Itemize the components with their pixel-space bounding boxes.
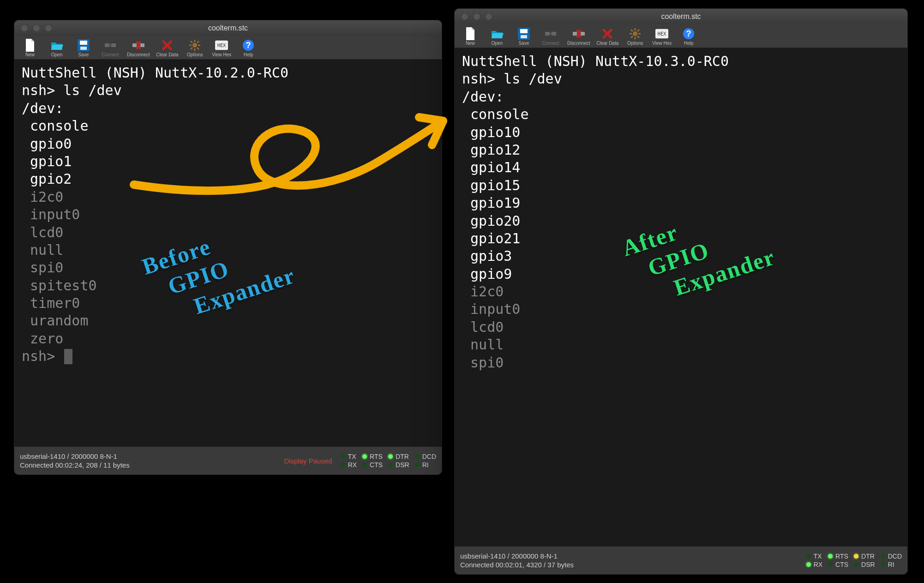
svg-line-26 (631, 30, 633, 31)
toolbar-label: Disconnect (127, 52, 150, 57)
new-icon (464, 27, 477, 40)
svg-point-21 (633, 31, 637, 36)
svg-line-10 (197, 48, 199, 49)
close-icon[interactable] (21, 24, 28, 32)
toolbar-label: New (466, 41, 475, 46)
help-button[interactable]: ?Help (677, 26, 701, 47)
led-rx: RX (341, 461, 357, 469)
terminal-output[interactable]: NuttShell (NSH) NuttX-10.3.0-RC0 nsh> ls… (455, 48, 907, 546)
status-bar: usbserial-1410 / 2000000 8-N-1 Connected… (14, 446, 442, 475)
toolbar: NewOpenSaveConnectDisconnectClear DataOp… (455, 24, 907, 48)
clear-icon (161, 39, 174, 52)
save-button[interactable]: Save (72, 38, 96, 58)
toolbar-label: Connect (102, 52, 119, 57)
serial-leds: TXRTSDTRDCDRXCTSDSRRI (341, 453, 436, 469)
svg-text:HEX: HEX (217, 42, 226, 48)
toolbar-label: Clear Data (596, 41, 618, 46)
zoom-icon[interactable] (45, 24, 52, 32)
serial-leds: TXRTSDTRDCDRXCTSDSRRI (806, 553, 902, 568)
connect-icon (104, 39, 117, 52)
led-rx: RX (806, 561, 822, 568)
options-icon (629, 27, 642, 40)
toolbar-label: Help (244, 52, 253, 57)
svg-rect-19 (521, 35, 527, 38)
coolterm-window-after: coolterm.stc NewOpenSaveConnectDisconnec… (454, 8, 908, 575)
svg-text:?: ? (246, 41, 251, 50)
led-dsr: DSR (854, 561, 875, 568)
svg-rect-2 (80, 47, 87, 50)
toolbar-label: Clear Data (156, 52, 178, 57)
svg-rect-18 (520, 29, 528, 33)
led-dcd: DCD (415, 453, 436, 460)
svg-text:HEX: HEX (658, 31, 666, 36)
minimize-icon[interactable] (473, 13, 480, 20)
disconnect-icon (572, 27, 585, 40)
led-cts: CTS (362, 461, 383, 469)
close-icon[interactable] (461, 13, 468, 20)
status-right: TXRTSDTRDCDRXCTSDSRRI (798, 553, 902, 568)
traffic-lights[interactable] (455, 13, 492, 20)
toolbar-label: View Hex (652, 41, 672, 46)
zoom-icon[interactable] (485, 13, 492, 20)
svg-point-4 (192, 43, 197, 48)
minimize-icon[interactable] (33, 24, 40, 32)
toolbar-label: Help (684, 41, 694, 46)
led-ri: RI (415, 461, 436, 469)
toolbar-label: Options (187, 52, 203, 57)
svg-line-12 (191, 48, 192, 49)
led-tx: TX (806, 553, 822, 560)
connect-button: Connect (98, 38, 122, 58)
viewhex-icon: HEX (215, 39, 228, 52)
open-button[interactable]: Open (45, 38, 69, 58)
new-icon (24, 39, 36, 52)
clear-icon (601, 27, 614, 40)
svg-rect-1 (80, 41, 87, 45)
led-ri: RI (881, 561, 902, 568)
status-right: Display Paused TXRTSDTRDCDRXCTSDSRRI (284, 453, 436, 469)
svg-text:?: ? (686, 29, 691, 38)
options-button[interactable]: Options (623, 26, 647, 47)
disconnect-button[interactable]: Disconnect (565, 26, 592, 47)
clear-button[interactable]: Clear Data (154, 38, 180, 58)
display-paused-label: Display Paused (284, 457, 332, 465)
traffic-lights[interactable] (14, 24, 52, 32)
titlebar[interactable]: coolterm.stc (14, 20, 442, 36)
options-icon (188, 39, 201, 52)
svg-line-28 (637, 30, 639, 31)
save-button[interactable]: Save (512, 26, 536, 47)
options-button[interactable]: Options (183, 38, 207, 58)
terminal-output[interactable]: NuttShell (NSH) NuttX-10.2.0-RC0 nsh> ls… (14, 60, 442, 446)
coolterm-window-before: coolterm.stc NewOpenSaveConnectDisconnec… (14, 20, 442, 475)
save-icon (517, 27, 530, 40)
connect-icon (544, 27, 557, 40)
open-icon (491, 27, 504, 40)
toolbar-label: View Hex (212, 52, 231, 57)
viewhex-button[interactable]: HEXView Hex (210, 38, 234, 58)
titlebar[interactable]: coolterm.stc (455, 9, 907, 24)
clear-button[interactable]: Clear Data (594, 26, 620, 47)
new-button[interactable]: New (18, 38, 42, 58)
connect-button: Connect (539, 26, 563, 47)
svg-line-11 (197, 41, 199, 43)
save-icon (77, 39, 90, 52)
svg-rect-3 (109, 44, 112, 46)
window-title: coolterm.stc (14, 24, 442, 32)
window-title: coolterm.stc (455, 12, 907, 21)
svg-line-27 (637, 36, 639, 38)
help-icon: ? (242, 39, 255, 52)
status-connection: Connected 00:02:01, 4320 / 37 bytes (460, 560, 574, 570)
svg-rect-20 (549, 33, 552, 35)
toolbar-label: Options (627, 41, 643, 46)
disconnect-button[interactable]: Disconnect (125, 38, 151, 58)
led-rts: RTS (362, 453, 383, 460)
viewhex-button[interactable]: HEXView Hex (650, 26, 674, 47)
open-button[interactable]: Open (485, 26, 509, 47)
viewhex-icon: HEX (655, 27, 668, 40)
svg-line-9 (191, 41, 192, 43)
new-button[interactable]: New (458, 26, 482, 47)
status-bar: usbserial-1410 / 2000000 8-N-1 Connected… (455, 546, 907, 574)
toolbar-label: Open (51, 52, 62, 57)
led-dsr: DSR (388, 461, 409, 469)
led-dcd: DCD (881, 553, 902, 560)
help-button[interactable]: ?Help (236, 38, 260, 58)
